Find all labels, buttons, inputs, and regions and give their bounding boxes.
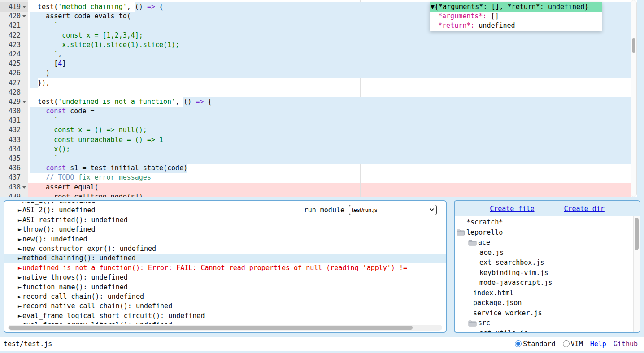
tree-item-ace[interactable]: ace — [455, 237, 633, 248]
test-result-row[interactable]: ►method chaining(): undefined — [4, 254, 446, 263]
run-module-select[interactable]: test/run.js — [349, 205, 437, 215]
code-line[interactable]: `, — [28, 50, 631, 59]
tooltip-row[interactable]: *return*: undefined — [430, 21, 602, 30]
line-number[interactable]: 421 — [0, 21, 28, 30]
tooltip-row[interactable]: *arguments*: [] — [430, 12, 602, 21]
tree-item-ast-utils-js[interactable]: ast_utils.js — [455, 328, 633, 332]
scrollbar-thumb[interactable] — [635, 218, 639, 250]
expand-triangle-icon[interactable]: ► — [18, 235, 22, 244]
line-number[interactable]: 428 — [0, 88, 28, 97]
code-line[interactable]: ) — [28, 69, 631, 78]
line-number[interactable]: 427 — [0, 78, 28, 88]
tree-item-keybinding-vim-js[interactable]: keybinding-vim.js — [455, 268, 633, 278]
expand-triangle-icon[interactable]: ► — [18, 206, 22, 215]
expand-triangle-icon[interactable]: ► — [18, 292, 22, 301]
collapse-triangle-icon[interactable]: ▼ — [431, 3, 435, 11]
line-number[interactable]: 429 — [0, 97, 28, 107]
line-number[interactable]: 423 — [0, 40, 28, 50]
code-line[interactable]: test('undefined is not a function', () =… — [28, 97, 631, 107]
line-number[interactable]: 419 — [0, 2, 28, 12]
fold-arrow-icon[interactable] — [22, 186, 26, 189]
line-number[interactable]: 425 — [0, 59, 28, 69]
standard-radio-input[interactable] — [515, 340, 522, 347]
tree-item-leporello[interactable]: leporello — [455, 228, 633, 238]
expand-triangle-icon[interactable]: ► — [18, 311, 22, 321]
test-result-row[interactable]: ►native throws(): undefined — [4, 273, 446, 282]
line-number[interactable]: 438 — [0, 183, 28, 192]
editor-vertical-scrollbar[interactable] — [631, 0, 637, 197]
test-result-row[interactable]: ►eval_frame logical short circuit(): und… — [4, 311, 446, 321]
help-link[interactable]: Help — [590, 340, 606, 348]
test-result-row[interactable]: ►new constructor expr(): undefined — [4, 244, 446, 254]
expand-triangle-icon[interactable]: ► — [18, 254, 22, 263]
line-number[interactable]: 424 — [0, 50, 28, 59]
line-number[interactable]: 431 — [0, 116, 28, 125]
expand-triangle-icon[interactable]: ► — [18, 321, 22, 324]
code-line[interactable] — [28, 88, 631, 97]
code-line[interactable]: const code = — [28, 107, 631, 116]
code-line[interactable]: const s1 = test_initial_state(code) — [28, 164, 631, 173]
code-line[interactable]: x(); — [28, 145, 631, 154]
test-result-row[interactable]: ►throw(): undefined — [4, 225, 446, 234]
test-result-row[interactable]: ►record native call chain(): undefined — [4, 301, 446, 311]
code-line[interactable]: root_calltree_node(s1), — [28, 192, 631, 197]
tree-item--scratch-[interactable]: *scratch* — [455, 217, 633, 228]
line-number[interactable]: 430 — [0, 107, 28, 116]
expand-triangle-icon[interactable]: ► — [18, 301, 22, 311]
expand-triangle-icon[interactable]: ► — [18, 215, 22, 225]
tree-item-ace-js[interactable]: ace.js — [455, 248, 633, 258]
code-line[interactable]: }), — [28, 78, 631, 88]
line-number[interactable]: 436 — [0, 164, 28, 173]
scrollbar-thumb[interactable] — [9, 326, 413, 330]
scrollbar-thumb[interactable] — [632, 38, 635, 53]
fold-arrow-icon[interactable] — [22, 101, 26, 103]
line-number[interactable]: 435 — [0, 154, 28, 164]
line-number[interactable]: 439 — [0, 192, 28, 197]
expand-triangle-icon[interactable]: ► — [18, 273, 22, 282]
tree-item-package-json[interactable]: package.json — [455, 298, 633, 308]
create-file-link[interactable]: Create file — [490, 205, 534, 213]
code-line[interactable]: assert_equal( — [28, 183, 631, 192]
test-result-row[interactable]: ►record call chain(): undefined — [4, 292, 446, 301]
test-result-row[interactable]: ►ASI_restrited(): undefined — [4, 215, 446, 225]
mode-radio-vim[interactable]: VIM — [563, 340, 583, 348]
line-number[interactable]: 433 — [0, 135, 28, 145]
test-result-row[interactable]: ►undefined is not a function(): Error: F… — [4, 263, 446, 273]
line-number[interactable]: 434 — [0, 145, 28, 154]
line-number[interactable]: 422 — [0, 31, 28, 40]
code-line[interactable]: const x = [1,2,3,4]; — [28, 31, 631, 40]
tree-item-service-worker-js[interactable]: service_worker.js — [455, 308, 633, 319]
line-number[interactable]: 426 — [0, 69, 28, 78]
code-line[interactable]: const unreachable = () => 1 — [28, 135, 631, 145]
expand-triangle-icon[interactable]: ► — [18, 263, 22, 273]
file-tree-scrollbar[interactable] — [633, 216, 640, 332]
code-editor[interactable]: test('method chaining', () => { assert_c… — [0, 0, 637, 197]
mode-radio-standard[interactable]: Standard — [515, 340, 555, 348]
line-number[interactable]: 420 — [0, 12, 28, 21]
fold-arrow-icon[interactable] — [22, 15, 26, 17]
create-dir-link[interactable]: Create dir — [564, 205, 605, 213]
code-line[interactable]: [4] — [28, 59, 631, 69]
expand-triangle-icon[interactable]: ► — [18, 202, 22, 206]
expand-triangle-icon[interactable]: ► — [18, 283, 22, 292]
test-result-row[interactable]: ►function name(): undefined — [4, 283, 446, 292]
expand-triangle-icon[interactable]: ► — [18, 225, 22, 234]
tree-item-ext-searchbox-js[interactable]: ext-searchbox.js — [455, 258, 633, 268]
code-line[interactable]: ` — [28, 116, 631, 125]
line-number[interactable]: 432 — [0, 125, 28, 135]
fold-arrow-icon[interactable] — [22, 6, 26, 8]
tree-item-src[interactable]: src — [455, 318, 633, 328]
tree-item-index-html[interactable]: index.html — [455, 288, 633, 298]
tooltip-header[interactable]: ▼{*arguments*: [], *return*: undefined} — [430, 2, 602, 12]
test-result-row[interactable]: ►new(): undefined — [4, 235, 446, 244]
code-line[interactable]: const x = () => null(); — [28, 125, 631, 135]
github-link[interactable]: Github — [614, 340, 638, 348]
code-line[interactable]: // TODO fix error messages — [28, 173, 631, 182]
code-line[interactable]: x.slice(1).slice(1).slice(1); — [28, 40, 631, 50]
vim-radio-input[interactable] — [563, 340, 570, 347]
expand-triangle-icon[interactable]: ► — [18, 244, 22, 254]
output-horizontal-scrollbar[interactable] — [8, 325, 442, 331]
tree-item-mode-javascript-js[interactable]: mode-javascript.js — [455, 278, 633, 288]
line-number[interactable]: 437 — [0, 173, 28, 182]
test-result-row[interactable]: ►eval_frame array_literal(): undefined — [4, 321, 446, 324]
